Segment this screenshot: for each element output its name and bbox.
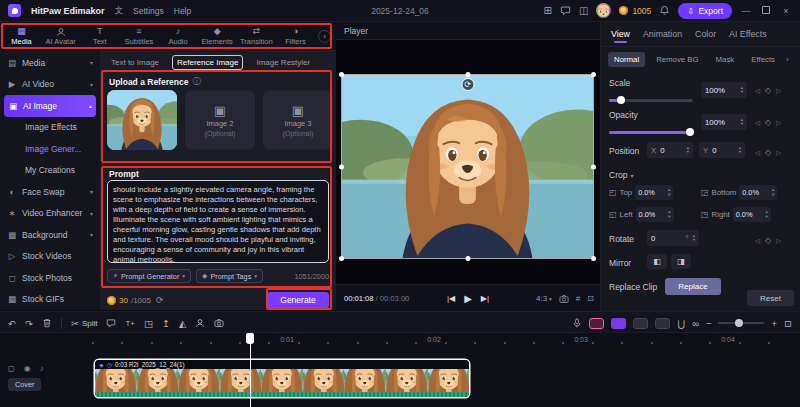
tab-animation[interactable]: Animation	[643, 29, 682, 39]
record-button[interactable]	[214, 318, 224, 328]
sidebar-item-ai-video[interactable]: ▶ AI Video ▾	[0, 74, 100, 96]
crop-button[interactable]: ◳	[144, 318, 153, 329]
position-x-stepper[interactable]: ▴▾	[687, 146, 689, 155]
crop-top-value-box[interactable]: 0.0% ▴▾	[635, 185, 673, 200]
menu-language[interactable]: 文	[115, 5, 124, 17]
keyframe-prev-icon[interactable]: ◁	[755, 87, 760, 95]
fullscreen-button[interactable]: ⊡	[587, 294, 594, 303]
keyframe-add-icon[interactable]: ◇	[765, 86, 771, 95]
selection-handle-top[interactable]	[465, 72, 470, 77]
slider-knob[interactable]	[686, 128, 694, 136]
video-preview[interactable]: ⟳	[341, 74, 594, 259]
crop-right-stepper[interactable]: ▴▾	[766, 210, 768, 219]
user-avatar[interactable]	[596, 3, 611, 18]
subtab-mask[interactable]: Mask	[710, 52, 741, 67]
export-frame-button[interactable]: ↥	[162, 318, 170, 329]
keyframe-next-icon[interactable]: ▷	[776, 87, 781, 95]
track-toggle-a[interactable]	[633, 318, 648, 329]
voiceover-button[interactable]	[572, 318, 582, 328]
toolbar-item-audio[interactable]: ♪ Audio	[159, 27, 198, 46]
crop-left-value-box[interactable]: 0.0% ▴▾	[636, 207, 674, 222]
rotate-handle[interactable]: ⟳	[461, 78, 474, 91]
project-title[interactable]: 2025-12-24_06	[371, 6, 429, 16]
generate-button[interactable]: Generate	[267, 292, 329, 309]
stepper-down-icon[interactable]: ▾	[741, 90, 743, 95]
redo-button[interactable]: ↷	[25, 318, 33, 329]
crop-section-label[interactable]: Crop ▾	[609, 170, 633, 180]
delete-button[interactable]	[42, 318, 52, 328]
stepper-down-icon[interactable]: ▾	[687, 150, 689, 155]
selection-handle-bottom-left[interactable]	[339, 256, 344, 261]
sidebar-item-media[interactable]: ▤ Media ▾	[0, 52, 100, 74]
stepper-down-icon[interactable]: ▾	[741, 122, 743, 127]
stepper-down-icon[interactable]: ▾	[772, 193, 774, 198]
cover-button[interactable]: Cover	[8, 378, 41, 391]
reference-image-slot-3[interactable]: ▣ Image 3 (Optional)	[263, 90, 333, 150]
mirror-button[interactable]: ◭	[179, 318, 186, 329]
toolbar-item-elements[interactable]: ◆ Elements	[198, 27, 237, 46]
fit-timeline-button[interactable]: ⊡	[784, 318, 792, 329]
timeline-ruler[interactable]: 0:01 0:02 0:03 0:04	[92, 333, 798, 347]
sidebar-item-my-creations[interactable]: My Creations	[0, 160, 100, 182]
sidebar-item-image-effects[interactable]: Image Effects	[0, 117, 100, 139]
sidebar-item-stock-videos[interactable]: ▷ Stock Videos	[0, 246, 100, 268]
track-lock-icon[interactable]: ◻	[8, 364, 15, 373]
next-frame-button[interactable]: ▶|	[481, 294, 489, 303]
rotate-value-box[interactable]: 0 ° ▴▾	[647, 230, 699, 246]
link-button[interactable]: ∞	[692, 318, 699, 329]
crop-bottom-value-box[interactable]: 0.0% ▴▾	[739, 185, 777, 200]
toolbar-item-subtitles[interactable]: ≡ Subtitles	[119, 27, 158, 46]
keyframe-next-icon[interactable]: ▷	[776, 149, 781, 157]
keyframe-prev-icon[interactable]: ◁	[755, 149, 760, 157]
stepper-down-icon[interactable]: ▾	[739, 150, 741, 155]
scale-stepper[interactable]: ▴▾	[741, 86, 743, 95]
rotate-stepper[interactable]: ▴▾	[693, 234, 695, 243]
subtab-effects[interactable]: Effects	[745, 52, 781, 67]
marker-button[interactable]	[106, 318, 116, 328]
opacity-value-box[interactable]: 100% ▴▾	[701, 114, 747, 130]
toolbar-item-text[interactable]: T Text	[80, 27, 119, 46]
crop-right-value-box[interactable]: 0.0% ▴▾	[733, 207, 771, 222]
keyframe-prev-icon[interactable]: ◁	[755, 237, 760, 245]
position-x-box[interactable]: X 0 ▴▾	[647, 142, 693, 158]
monitor-button[interactable]: ◫	[579, 5, 588, 16]
undo-button[interactable]: ↶	[8, 318, 16, 329]
subtab-remove-bg[interactable]: Remove BG	[650, 52, 704, 67]
keyframe-add-icon[interactable]: ◇	[765, 148, 771, 157]
reference-image-slot-1[interactable]	[107, 90, 177, 150]
subtab-normal[interactable]: Normal	[608, 52, 645, 67]
flip-vertical-button[interactable]: ◨	[671, 254, 691, 269]
maximize-button[interactable]	[760, 6, 772, 16]
stepper-down-icon[interactable]: ▾	[693, 238, 695, 243]
prompt-tags-button[interactable]: ◈ Prompt Tags ▾	[196, 269, 263, 283]
tab-view[interactable]: View	[611, 29, 630, 39]
slider-knob[interactable]	[617, 96, 625, 104]
export-button[interactable]: ⇩ Export	[678, 3, 732, 19]
position-y-stepper[interactable]: ▴▾	[739, 146, 741, 155]
minimize-button[interactable]: —	[740, 6, 752, 16]
aspect-ratio-button[interactable]: 4:3 ▾	[536, 294, 552, 303]
tab-text-to-image[interactable]: Text to Image	[107, 56, 163, 69]
close-button[interactable]: ×	[780, 6, 792, 16]
reset-button[interactable]: Reset	[747, 290, 794, 306]
selection-handle-bottom-right[interactable]	[591, 256, 596, 261]
keyframe-add-icon[interactable]: ◇	[765, 236, 771, 245]
crop-left-stepper[interactable]: ▴▾	[668, 210, 670, 219]
flip-horizontal-button[interactable]: ◧	[647, 254, 667, 269]
snap-button[interactable]: ⋃	[677, 318, 685, 329]
menu-help[interactable]: Help	[174, 6, 191, 16]
stepper-down-icon[interactable]: ▾	[766, 215, 768, 220]
sidebar-item-face-swap[interactable]: ◐ Face Swap ▾	[0, 181, 100, 203]
toolbar-item-ai-avatar[interactable]: AI Avatar	[41, 27, 80, 46]
info-icon[interactable]: ⓘ	[192, 76, 200, 87]
sidebar-item-stock-photos[interactable]: ◻ Stock Photos	[0, 267, 100, 289]
apps-button[interactable]: ⊞	[544, 5, 552, 16]
add-text-button[interactable]: T+	[125, 319, 135, 328]
caption-toggle[interactable]	[611, 318, 626, 329]
playhead[interactable]	[246, 333, 254, 407]
crop-top-stepper[interactable]: ▴▾	[668, 188, 670, 197]
replace-button[interactable]: Replace	[665, 278, 721, 295]
grid-overlay-button[interactable]: #	[576, 294, 580, 303]
subtabs-more-button[interactable]: ›	[786, 55, 789, 64]
more-tools-button[interactable]: ›	[318, 30, 331, 43]
